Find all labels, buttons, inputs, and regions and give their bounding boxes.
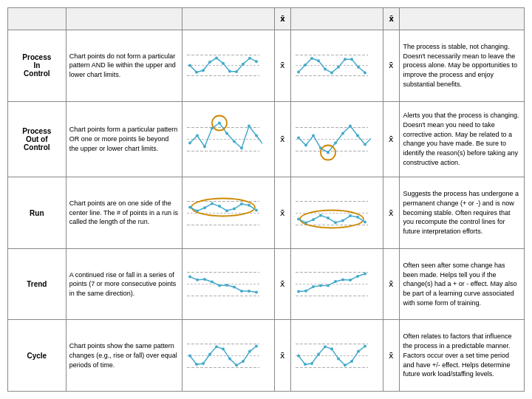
row-interp-run: Suggests the process has undergone a per… <box>400 177 525 249</box>
svg-point-81 <box>334 221 337 224</box>
header-interpretation <box>400 8 525 30</box>
svg-point-76 <box>297 217 300 220</box>
svg-point-108 <box>341 279 344 282</box>
svg-point-19 <box>310 57 313 60</box>
svg-point-92 <box>211 281 214 284</box>
svg-point-102 <box>297 290 300 293</box>
svg-point-11 <box>242 63 245 66</box>
row-xbar1-process-out-of-control: x̄ <box>274 101 290 177</box>
header-label <box>8 8 66 30</box>
svg-point-107 <box>334 280 337 283</box>
row-interp-process-in-control: The process is stable, not changing. Doe… <box>400 30 525 102</box>
svg-point-84 <box>356 215 359 218</box>
svg-point-4 <box>195 71 198 74</box>
svg-point-85 <box>364 220 366 223</box>
row-label-trend: Trend <box>8 248 66 320</box>
svg-point-36 <box>225 132 228 134</box>
svg-point-131 <box>310 362 313 365</box>
svg-point-105 <box>319 284 322 287</box>
svg-point-106 <box>327 284 330 287</box>
svg-point-83 <box>349 214 352 217</box>
row-xbar2-process-in-control: x̄ <box>383 30 399 102</box>
svg-point-37 <box>233 140 236 143</box>
svg-point-18 <box>304 64 307 66</box>
stable-chart <box>293 38 371 93</box>
svg-point-13 <box>255 60 258 63</box>
svg-point-94 <box>225 284 228 287</box>
header-xbar2: x̄ <box>383 8 399 30</box>
svg-point-26 <box>357 66 360 69</box>
header-xbar1: x̄ <box>274 8 290 30</box>
page-container: x̄ x̄ ProcessInControl Chart points do n… <box>0 0 532 399</box>
cycle-chart <box>184 328 262 383</box>
svg-point-116 <box>195 363 198 366</box>
svg-point-133 <box>324 345 327 348</box>
svg-point-66 <box>218 205 221 208</box>
row-interp-process-out-of-control: Alerts you that the process is changing.… <box>400 101 525 177</box>
svg-point-62 <box>188 205 191 208</box>
svg-point-40 <box>255 134 258 137</box>
svg-point-115 <box>188 354 191 357</box>
svg-point-132 <box>317 352 320 355</box>
trend-chart <box>293 256 371 312</box>
svg-point-138 <box>357 349 360 352</box>
svg-point-90 <box>196 279 199 282</box>
row-chart1-run <box>182 177 274 249</box>
svg-point-50 <box>327 151 330 154</box>
svg-point-97 <box>248 290 250 293</box>
svg-point-6 <box>208 61 211 64</box>
svg-point-9 <box>228 70 231 73</box>
svg-point-120 <box>222 347 225 350</box>
table-row: Trend A continued rise or fall in a seri… <box>8 248 525 320</box>
svg-point-95 <box>233 286 236 289</box>
svg-point-122 <box>235 364 238 366</box>
svg-point-3 <box>188 64 191 67</box>
svg-point-69 <box>240 202 243 205</box>
svg-point-12 <box>248 57 251 60</box>
row-xbar2-cycle: x̄ <box>383 320 399 392</box>
run-chart <box>184 185 262 241</box>
row-label-run: Run <box>8 177 66 249</box>
svg-point-129 <box>297 354 300 357</box>
svg-point-53 <box>349 124 352 127</box>
svg-point-65 <box>211 202 214 205</box>
svg-point-121 <box>228 357 231 360</box>
row-interp-cycle: Often relates to factors that influence … <box>400 320 525 392</box>
svg-point-80 <box>327 216 330 219</box>
svg-point-39 <box>248 124 250 127</box>
table-row: ProcessOut ofControl Chart points form a… <box>8 101 525 177</box>
svg-point-17 <box>297 71 300 74</box>
svg-point-67 <box>225 209 228 212</box>
main-table: x̄ x̄ ProcessInControl Chart points do n… <box>7 7 525 392</box>
svg-point-98 <box>255 291 258 294</box>
svg-point-52 <box>341 132 344 134</box>
svg-point-63 <box>196 209 199 212</box>
svg-point-93 <box>218 284 221 287</box>
table-row: Run Chart points are on one side of the … <box>8 177 525 249</box>
row-desc-process-out-of-control: Chart points form a particular pattern O… <box>66 101 182 177</box>
out-of-control-chart2 <box>293 112 371 167</box>
svg-point-78 <box>312 218 315 221</box>
svg-point-104 <box>312 285 315 288</box>
row-chart1-cycle <box>182 320 274 392</box>
svg-point-33 <box>203 145 206 148</box>
svg-point-130 <box>304 363 307 366</box>
svg-point-111 <box>364 273 366 276</box>
svg-point-22 <box>330 72 333 75</box>
trend-chart <box>184 256 262 312</box>
row-desc-trend: A continued rise or fall in a series of … <box>66 248 182 320</box>
svg-point-125 <box>255 344 258 347</box>
row-chart2-process-out-of-control <box>291 101 383 177</box>
svg-point-7 <box>215 57 218 60</box>
svg-point-27 <box>364 72 366 75</box>
svg-point-109 <box>349 279 352 282</box>
svg-point-46 <box>297 136 300 139</box>
row-label-process-out-of-control: ProcessOut ofControl <box>8 101 66 177</box>
svg-point-23 <box>337 66 340 69</box>
table-row: ProcessInControl Chart points do not for… <box>8 30 525 102</box>
row-chart1-trend <box>182 248 274 320</box>
svg-point-24 <box>344 58 347 61</box>
svg-point-5 <box>202 69 205 72</box>
svg-point-77 <box>304 221 307 224</box>
row-chart2-process-in-control <box>291 30 383 102</box>
